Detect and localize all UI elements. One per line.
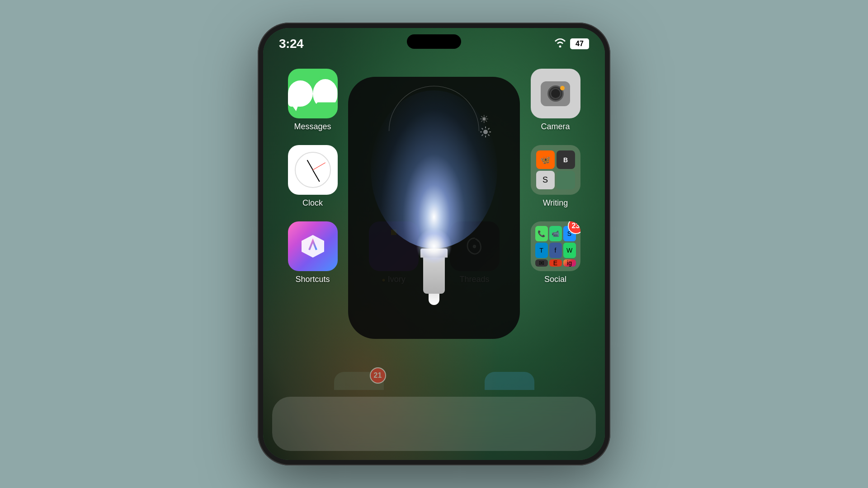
- clock-face-shape: [295, 152, 331, 188]
- camera-dot-shape: [560, 86, 565, 90]
- social-app-2: 📹: [549, 226, 562, 241]
- camera-label: Camera: [541, 122, 570, 131]
- phone-screen: 3:24 47 Messages: [263, 28, 605, 460]
- writing-label: Writing: [543, 198, 568, 208]
- empty-slot-3: [358, 145, 429, 208]
- ivory-dot: [391, 230, 396, 235]
- clock-second-hand: [312, 163, 325, 170]
- social-folder-icon: 23 📞 📹 S T f W ✉ E ig: [531, 221, 580, 271]
- social-app-6: W: [563, 243, 576, 258]
- app-messages[interactable]: Messages: [277, 69, 349, 131]
- app-camera[interactable]: Camera: [519, 69, 591, 131]
- bottom-app-2[interactable]: [485, 372, 534, 390]
- empty-slot-1: [358, 69, 429, 131]
- social-app-4: T: [535, 243, 548, 258]
- clock-icon: [288, 145, 338, 195]
- folder-app-2: B: [557, 150, 575, 169]
- social-app-1: 📞: [535, 226, 548, 241]
- phone-shell: 3:24 47 Messages: [258, 23, 610, 465]
- app-social[interactable]: 23 📞 📹 S T f W ✉ E ig Social: [519, 221, 591, 284]
- app-clock[interactable]: Clock: [277, 145, 349, 208]
- app-shortcuts[interactable]: Shortcuts: [277, 221, 349, 284]
- threads-label: Threads: [459, 275, 489, 284]
- dynamic-island: [407, 34, 461, 49]
- folder-app-3: S: [536, 171, 555, 189]
- dock: [272, 397, 596, 451]
- threads-icon: [450, 221, 500, 271]
- app-writing[interactable]: 🦋 B S Writing: [519, 145, 591, 208]
- bottom-app-1-icon: 21: [334, 372, 384, 390]
- social-app-8: E: [549, 259, 562, 267]
- messages-bubble-shape: [288, 80, 313, 107]
- svg-point-1: [473, 244, 476, 248]
- camera-icon: [531, 69, 580, 118]
- social-app-5: f: [549, 243, 562, 258]
- bottom-row: 21: [263, 372, 605, 390]
- bottom-app-1[interactable]: 21: [334, 372, 384, 390]
- app-threads[interactable]: Threads: [439, 221, 510, 284]
- writing-folder-icon: 🦋 B S: [531, 145, 580, 195]
- social-label: Social: [544, 275, 566, 284]
- clock-label: Clock: [302, 198, 323, 208]
- ivory-icon: [369, 221, 419, 271]
- status-time: 3:24: [279, 37, 303, 51]
- empty-slot-2: [439, 69, 510, 131]
- folder-app-1: 🦋: [536, 150, 555, 169]
- home-grid: Messages Camera: [263, 60, 605, 397]
- messages-label: Messages: [294, 122, 331, 131]
- social-app-7: ✉: [535, 259, 548, 267]
- clock-hour-hand: [307, 160, 313, 170]
- wifi-icon: [554, 38, 566, 50]
- writing-folder-grid: 🦋 B S: [531, 145, 580, 195]
- shortcuts-icon: [288, 221, 338, 271]
- bottom-app-2-icon: [485, 372, 534, 390]
- camera-body-shape: [541, 81, 570, 106]
- social-app-9: ig: [563, 259, 576, 267]
- app-ivory[interactable]: ● Ivory: [358, 221, 429, 284]
- folder-app-4: [557, 171, 575, 189]
- status-icons: 47: [554, 38, 589, 50]
- bottom-app-1-badge: 21: [370, 367, 386, 384]
- ivory-label: ● Ivory: [382, 275, 406, 284]
- clock-minute-hand: [312, 170, 320, 182]
- messages-icon: [288, 69, 338, 118]
- empty-slot-4: [439, 145, 510, 208]
- svg-marker-0: [302, 235, 324, 258]
- shortcuts-label: Shortcuts: [295, 275, 330, 284]
- battery-indicator: 47: [570, 38, 589, 49]
